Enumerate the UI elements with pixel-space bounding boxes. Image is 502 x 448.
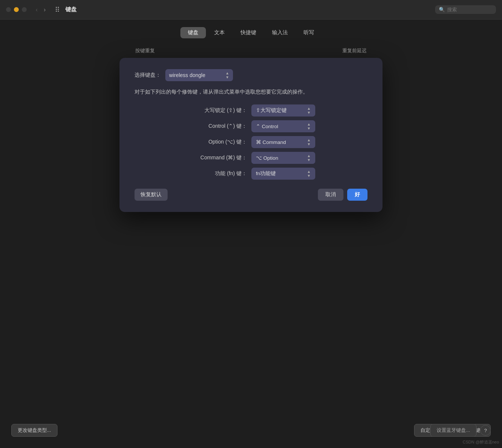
- change-keyboard-type-button[interactable]: 更改键盘类型...: [11, 424, 57, 437]
- key-arrows-icon-3: ▲▼: [307, 154, 311, 162]
- window-title: 键盘: [65, 6, 77, 13]
- key-arrows-icon-0: ▲▼: [307, 106, 311, 115]
- restore-defaults-button[interactable]: 恢复默认: [135, 189, 168, 201]
- key-label-1: Control (⌃) 键：: [187, 123, 247, 130]
- modal-footer-right: 取消 好: [318, 189, 367, 201]
- main-content: 键盘 文本 快捷键 输入法 听写 按键重复 重复前延迟 选择键盘： wirele…: [0, 20, 502, 219]
- key-value-3: ⌥ Option: [256, 155, 278, 161]
- key-map-row-0: 大写锁定 (⇪) 键： ⇪大写锁定键 ▲▼: [187, 104, 315, 117]
- modal-dialog: 选择键盘： wireless dongle ▲ ▼ 对于如下列出的每个修饰键，请…: [119, 58, 383, 212]
- search-input[interactable]: [447, 7, 492, 12]
- key-select-1[interactable]: ⌃ Control ▲▼: [251, 120, 315, 132]
- key-label-3: Command (⌘) 键：: [187, 154, 247, 161]
- bottom-bar: 更改键盘类型... 自定功能栏... 修饰键...: [0, 424, 502, 437]
- key-select-2[interactable]: ⌘ Command ▲▼: [251, 136, 315, 148]
- keyboard-select-dropdown[interactable]: wireless dongle ▲ ▼: [165, 69, 233, 81]
- tab-text[interactable]: 文本: [207, 27, 232, 38]
- minimize-button[interactable]: [14, 7, 19, 12]
- key-label-4: 功能 (fn) 键：: [187, 170, 247, 177]
- help-button[interactable]: ?: [480, 425, 491, 436]
- tab-keyboard[interactable]: 键盘: [180, 27, 206, 38]
- nav-arrows: ‹ ›: [34, 6, 47, 14]
- key-value-2: ⌘ Command: [256, 139, 286, 145]
- modal-footer: 恢复默认 取消 好: [135, 189, 367, 201]
- tab-dictation[interactable]: 听写: [296, 27, 322, 38]
- col-label-left: 按键重复: [135, 47, 155, 54]
- dropdown-arrows-icon: ▲ ▼: [225, 71, 229, 79]
- tab-shortcuts[interactable]: 快捷键: [233, 27, 264, 38]
- grid-icon: ⠿: [55, 6, 59, 14]
- back-button[interactable]: ‹: [34, 6, 39, 14]
- ok-button[interactable]: 好: [347, 189, 367, 201]
- key-select-4[interactable]: fn功能键 ▲▼: [251, 168, 315, 180]
- key-arrows-icon-1: ▲▼: [307, 122, 311, 130]
- watermark: CSDN @醉逍遥neo: [463, 439, 499, 445]
- key-select-0[interactable]: ⇪大写锁定键 ▲▼: [251, 104, 315, 117]
- column-labels: 按键重复 重复前延迟: [11, 47, 491, 54]
- maximize-button[interactable]: [22, 7, 27, 12]
- key-map-row-3: Command (⌘) 键： ⌥ Option ▲▼: [187, 152, 315, 164]
- search-bar[interactable]: 🔍: [435, 5, 496, 14]
- forward-button[interactable]: ›: [42, 6, 47, 14]
- keyboard-select-row: 选择键盘： wireless dongle ▲ ▼: [135, 69, 367, 81]
- col-label-right: 重复前延迟: [342, 47, 367, 54]
- key-value-1: ⌃ Control: [256, 123, 278, 129]
- modal-description: 对于如下列出的每个修饰键，请从弹出式菜单中选取您想要它完成的操作。: [135, 88, 367, 96]
- setup-bluetooth-button[interactable]: 设置蓝牙键盘...: [430, 424, 476, 437]
- keyboard-select-value: wireless dongle: [169, 72, 206, 78]
- key-value-0: ⇪大写锁定键: [256, 107, 287, 114]
- traffic-lights: [6, 7, 27, 12]
- key-map-row-2: Option (⌥) 键： ⌘ Command ▲▼: [187, 136, 315, 148]
- key-map-row-1: Control (⌃) 键： ⌃ Control ▲▼: [187, 120, 315, 132]
- bottom-left: 更改键盘类型...: [11, 424, 57, 437]
- close-button[interactable]: [6, 7, 11, 12]
- key-select-3[interactable]: ⌥ Option ▲▼: [251, 152, 315, 164]
- titlebar: ‹ › ⠿ 键盘 🔍: [0, 0, 502, 20]
- bluetooth-row: 设置蓝牙键盘... ?: [430, 424, 491, 437]
- key-value-4: fn功能键: [256, 170, 276, 177]
- key-arrows-icon-4: ▲▼: [307, 170, 311, 178]
- key-label-2: Option (⌥) 键：: [187, 139, 247, 145]
- key-arrows-icon-2: ▲▼: [307, 138, 311, 146]
- key-label-0: 大写锁定 (⇪) 键：: [187, 107, 247, 114]
- key-map-section: 大写锁定 (⇪) 键： ⇪大写锁定键 ▲▼ Control (⌃) 键： ⌃ C…: [135, 104, 367, 180]
- key-map-row-4: 功能 (fn) 键： fn功能键 ▲▼: [187, 168, 315, 180]
- keyboard-select-label: 选择键盘：: [135, 72, 161, 79]
- tabs-row: 键盘 文本 快捷键 输入法 听写: [11, 27, 491, 38]
- tab-input-method[interactable]: 输入法: [265, 27, 295, 38]
- search-icon: 🔍: [439, 7, 445, 12]
- cancel-button[interactable]: 取消: [318, 189, 343, 201]
